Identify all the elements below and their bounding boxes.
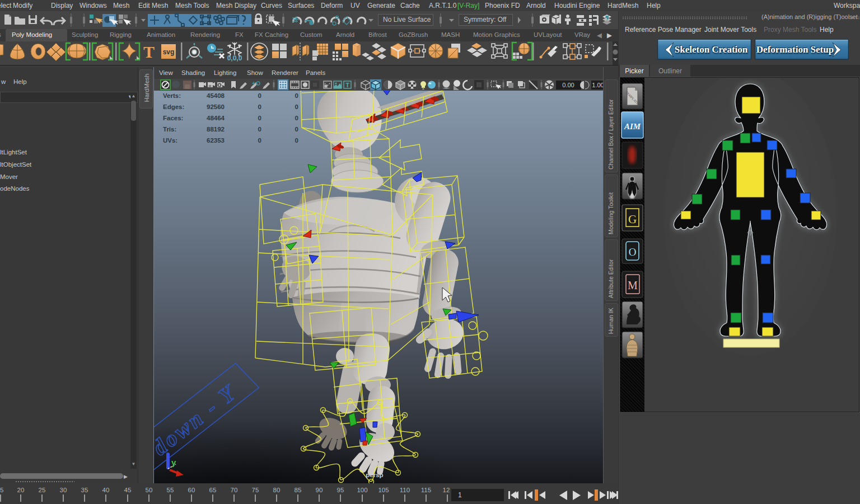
svg-text:0: 0 xyxy=(258,92,261,99)
svg-text:105: 105 xyxy=(378,487,389,493)
svg-text:y: y xyxy=(171,458,176,467)
svg-text:65: 65 xyxy=(209,487,217,493)
svg-text:0: 0 xyxy=(258,126,261,133)
svg-text:110: 110 xyxy=(400,487,410,493)
svg-text:55: 55 xyxy=(167,487,174,493)
svg-text:UVs:: UVs: xyxy=(163,137,177,144)
svg-text:0: 0 xyxy=(295,126,298,133)
svg-text:45408: 45408 xyxy=(207,92,225,99)
svg-text:75: 75 xyxy=(252,487,259,493)
svg-text:0: 0 xyxy=(258,103,261,110)
svg-text:20: 20 xyxy=(17,487,25,493)
svg-text:88192: 88192 xyxy=(207,126,225,133)
svg-text:T: T xyxy=(143,43,155,61)
svg-text:48464: 48464 xyxy=(207,115,225,121)
svg-text:M: M xyxy=(628,279,638,291)
svg-text:svg: svg xyxy=(163,48,175,56)
svg-text:0: 0 xyxy=(258,137,261,144)
svg-text:O: O xyxy=(629,246,637,258)
svg-text:0,0,0: 0,0,0 xyxy=(227,54,242,62)
svg-text:90: 90 xyxy=(316,487,323,493)
svg-text:35: 35 xyxy=(81,487,88,493)
svg-text:115: 115 xyxy=(421,487,431,493)
svg-text:0.00: 0.00 xyxy=(562,82,574,88)
svg-text:persp: persp xyxy=(366,472,383,478)
svg-text:80: 80 xyxy=(273,487,281,493)
svg-text:0: 0 xyxy=(295,103,298,110)
svg-text:50: 50 xyxy=(146,487,153,493)
svg-text:92560: 92560 xyxy=(207,103,225,110)
svg-text:100: 100 xyxy=(357,487,367,493)
svg-text:60: 60 xyxy=(188,487,195,493)
svg-text:Faces:: Faces: xyxy=(163,115,183,121)
svg-text:G: G xyxy=(628,213,637,226)
svg-text:45: 45 xyxy=(124,487,132,493)
svg-text:70: 70 xyxy=(231,487,238,493)
svg-text:Tris:: Tris: xyxy=(163,126,176,133)
svg-text:Edges:: Edges: xyxy=(163,103,184,110)
svg-text:0: 0 xyxy=(295,92,298,99)
svg-text:0: 0 xyxy=(295,115,298,121)
svg-text:62353: 62353 xyxy=(207,137,225,144)
svg-text:1.00: 1.00 xyxy=(592,82,604,88)
svg-text:30: 30 xyxy=(60,487,67,493)
svg-text:0: 0 xyxy=(258,115,261,121)
svg-text:Verts:: Verts: xyxy=(163,92,181,99)
svg-text:95: 95 xyxy=(337,487,344,493)
svg-text:T: T xyxy=(345,82,349,88)
svg-text:AIM: AIM xyxy=(624,122,641,131)
svg-text:15: 15 xyxy=(0,487,3,493)
svg-text:0: 0 xyxy=(295,137,298,144)
svg-text:25: 25 xyxy=(39,487,46,493)
svg-text:40: 40 xyxy=(102,487,110,493)
svg-text:12: 12 xyxy=(443,487,450,493)
svg-text:85: 85 xyxy=(295,487,302,493)
